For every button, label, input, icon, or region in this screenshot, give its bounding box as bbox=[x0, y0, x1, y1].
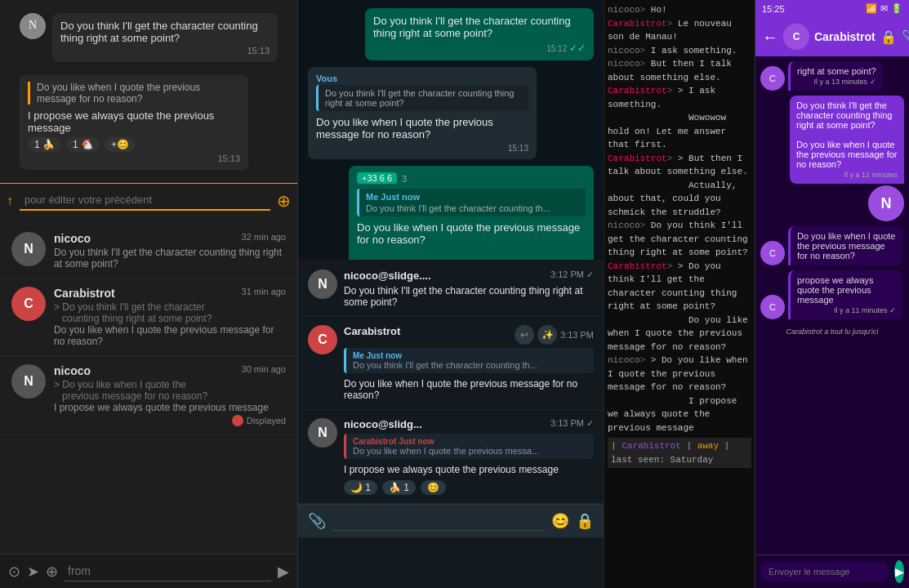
bottom-icon-nav[interactable]: ➤ bbox=[27, 563, 39, 581]
wa-bubble-sent-2: +33 6 6 3 Me Just now Do you think I'll … bbox=[349, 166, 594, 261]
chat-item-name-1: nicoco bbox=[54, 232, 91, 245]
edit-input[interactable] bbox=[20, 190, 270, 211]
mobile-bubble-received-1: right at some point? Il y a 13 minutes ✓ bbox=[788, 61, 883, 91]
irc-line-9: nicoco> > Do you like when I quote the p… bbox=[608, 354, 751, 434]
list-quote-author-3: Carabistrot Just now bbox=[353, 437, 587, 446]
count-badge: 3 bbox=[402, 174, 407, 184]
chat-list-item-nicoco-1[interactable]: N nicoco 32 min ago Do you think I'll ge… bbox=[0, 224, 297, 278]
mobile-send-button[interactable]: ▶ bbox=[894, 560, 904, 583]
list-text-3: I propose we always quote the previous m… bbox=[344, 464, 594, 475]
list-msg-body-2: Carabistrot ↩ ✨ 3:13 PM Me Just now Do y… bbox=[344, 325, 594, 401]
mobile-avatar-inner: C bbox=[783, 24, 809, 50]
list-time-1: 3:12 PM ✓ bbox=[550, 270, 594, 282]
irc-status-bar: | Carabistrot | away | last seen: Saturd… bbox=[608, 438, 751, 468]
mobile-email-icon: ✉ bbox=[880, 3, 888, 14]
phone-badge: +33 6 6 bbox=[357, 172, 397, 184]
list-avatar-2: C bbox=[308, 325, 337, 354]
edit-icon: ↑ bbox=[7, 194, 13, 208]
mobile-time: 15:25 bbox=[762, 4, 785, 14]
emoji-input-icon[interactable]: 😊 bbox=[551, 512, 569, 530]
chat-bubble-2: Do you like when I quote the previous me… bbox=[10, 70, 287, 175]
mobile-panel: 15:25 📶 ✉ 🔋 ← C Carabistrot 🔒 📎 ⋮ C rig bbox=[755, 0, 909, 588]
reaction-2[interactable]: 1 🐔 bbox=[66, 137, 100, 152]
tick-1: ✓✓ bbox=[569, 42, 586, 54]
mobile-recv-text-2: Do you like when I quote the previous me… bbox=[797, 231, 896, 261]
irc-line-7: nicoco> Do you think I'll get the charac… bbox=[608, 219, 751, 260]
quote-bar-2: Do you like when I quote the previous me… bbox=[28, 82, 240, 105]
mobile-wifi-icon: 📶 bbox=[866, 3, 877, 14]
bottom-icon-left[interactable]: ⊙ bbox=[8, 563, 20, 581]
chat-item-preview-1: Do you think I'll get the character coun… bbox=[54, 247, 286, 270]
irc-status-nick: Carabistrot bbox=[622, 441, 681, 451]
chat-list-item-carabistrot[interactable]: C Carabistrot 31 min ago > Do you think … bbox=[0, 278, 297, 356]
mobile-message-input[interactable] bbox=[760, 562, 889, 581]
list-text-1: Do you think I'll get the character coun… bbox=[344, 285, 594, 308]
mobile-read-indicator: Carabistrot a tout lu jusqu'ici bbox=[760, 324, 904, 339]
mobile-sent-time-1: Il y a 12 minutes bbox=[796, 171, 898, 179]
bubble-text-2: I propose we always quote the previous m… bbox=[28, 109, 240, 134]
bottom-input[interactable] bbox=[65, 561, 271, 581]
list-quote-3: Carabistrot Just now Do you like when I … bbox=[344, 434, 594, 459]
mobile-msg-received-2: C Do you like when I quote the previous … bbox=[760, 226, 904, 265]
wa-text-sent-2: Do you like when I quote the previous me… bbox=[357, 221, 586, 246]
list-msg-body-1: nicoco@slidge.... 3:12 PM ✓ Do you think… bbox=[344, 270, 594, 308]
edit-input-bar: ↑ ⊕ bbox=[0, 183, 297, 217]
mobile-sent-text-1b: Do you like when I quote the previous me… bbox=[796, 140, 898, 169]
list-reaction-banana[interactable]: 🍌 1 bbox=[382, 480, 416, 495]
list-msg-3: N nicoco@slidg... 3:13 PM ✓ Carabistrot … bbox=[298, 410, 604, 504]
vous-label: Vous bbox=[316, 74, 528, 83]
list-reaction-smile[interactable]: 😊 bbox=[421, 480, 446, 495]
chat-item-time-2: 31 min ago bbox=[242, 287, 286, 300]
list-quote-2: Me Just now Do you think I'll get the ch… bbox=[344, 348, 594, 373]
list-text-2: Do you like when I quote the previous me… bbox=[344, 378, 594, 401]
mobile-recv-time-1: Il y a 13 minutes ✓ bbox=[797, 78, 876, 86]
irc-line-3: nicoco> I ask something. bbox=[608, 44, 751, 58]
chat-item-avatar-nicoco: N bbox=[11, 232, 46, 266]
mobile-msg-received-3: C propose we always quote the previous m… bbox=[760, 270, 904, 319]
mobile-msg-sent-1: Do you think I'll get the character coun… bbox=[760, 96, 904, 221]
add-icon[interactable]: ⊕ bbox=[277, 191, 291, 211]
wa-text-received-1: Do you like when I quote the previous me… bbox=[316, 116, 528, 140]
bottom-icon-add[interactable]: ⊕ bbox=[46, 563, 58, 581]
list-time-3: 3:13 PM ✓ bbox=[550, 418, 594, 430]
mobile-status-bar: 15:25 📶 ✉ 🔋 bbox=[755, 0, 909, 17]
mobile-bubble-received-2: Do you like when I quote the previous me… bbox=[788, 226, 902, 265]
irc-line-5: Carabistrot> > I ask something. Wowowow … bbox=[608, 84, 751, 152]
list-quote-author-2: Me Just now bbox=[353, 351, 587, 360]
left-panel: Do you think I'll get the character coun… bbox=[0, 0, 298, 588]
wa-bubble-sent-1: Do you think I'll get the character coun… bbox=[365, 8, 594, 60]
mobile-lock-icon[interactable]: 🔒 bbox=[880, 29, 897, 45]
wa-time-sent-1: 15:12 ✓✓ bbox=[373, 42, 586, 54]
mid-panel: Do you think I'll get the character coun… bbox=[298, 0, 604, 588]
mobile-contact-name: Carabistrot bbox=[814, 30, 876, 43]
lock-icon[interactable]: 🔒 bbox=[576, 512, 594, 530]
chat-bubble-1: Do you think I'll get the character coun… bbox=[10, 8, 287, 67]
bottom-message-input[interactable] bbox=[332, 511, 545, 531]
irc-panel: nicoco> Ho! Carabistrot> Le nouveau son … bbox=[604, 0, 755, 588]
irc-line-4: nicoco> But then I talk about something … bbox=[608, 57, 751, 84]
mobile-battery-icon: 🔋 bbox=[891, 3, 902, 14]
magic-toolbar-btn[interactable]: ✨ bbox=[537, 325, 557, 345]
list-avatar-3: N bbox=[308, 418, 337, 448]
list-reactions-3: 🌙 1 🍌 1 😊 bbox=[344, 480, 594, 495]
wa-msg-sent-2: +33 6 6 3 Me Just now Do you think I'll … bbox=[308, 166, 594, 261]
reply-toolbar-btn[interactable]: ↩ bbox=[515, 325, 534, 345]
bubble-time-2: 15:13 bbox=[28, 154, 240, 163]
reaction-1[interactable]: 1 🍌 bbox=[28, 137, 61, 152]
mobile-attach-icon[interactable]: 📎 bbox=[902, 29, 909, 45]
chat-item-avatar-nicoco-2: N bbox=[11, 364, 46, 399]
mobile-bubble-received-3: propose we always quote the previous mes… bbox=[788, 270, 902, 319]
mobile-recv-time-3: Il y a 11 minutes ✓ bbox=[797, 306, 896, 314]
mobile-header-icons: 🔒 📎 ⋮ bbox=[880, 29, 909, 45]
reaction-3[interactable]: +😊 bbox=[105, 137, 136, 152]
mobile-recv-avatar-3: C bbox=[760, 295, 785, 319]
send-icon[interactable]: ▶ bbox=[278, 563, 289, 581]
carabistrot-status-icon bbox=[232, 415, 243, 426]
mobile-back-button[interactable]: ← bbox=[762, 28, 778, 47]
chat-list-item-nicoco-2[interactable]: N nicoco 30 min ago > Do you like when I… bbox=[0, 356, 297, 435]
attachment-icon[interactable]: 📎 bbox=[308, 512, 326, 530]
chat-item-preview-3: > Do you like when I quote the previous … bbox=[54, 379, 286, 413]
list-reaction-moon[interactable]: 🌙 1 bbox=[344, 480, 377, 495]
chat-item-body-2: Carabistrot 31 min ago > Do you think I'… bbox=[54, 287, 286, 347]
chat-item-body-1: nicoco 32 min ago Do you think I'll get … bbox=[54, 232, 286, 270]
